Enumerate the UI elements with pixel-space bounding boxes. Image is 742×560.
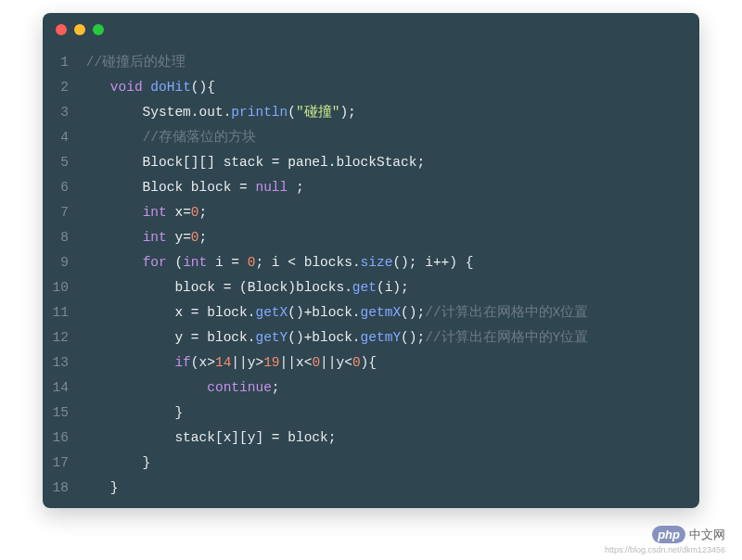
code-line: 5 Block[][] stack = panel.blockStack;: [43, 150, 699, 175]
line-number: 18: [43, 476, 78, 501]
code-line: 13 if(x>14||y>19||x<0||y<0){: [43, 350, 699, 375]
line-content: }: [78, 451, 699, 476]
code-line: 6 Block block = null ;: [43, 175, 699, 200]
line-number: 17: [43, 451, 78, 476]
line-content: int x=0;: [78, 200, 699, 225]
line-content: y = block.getY()+block.getmY();//计算出在网格中…: [78, 325, 699, 350]
line-number: 12: [43, 325, 78, 350]
line-content: }: [78, 401, 699, 426]
line-number: 16: [43, 426, 78, 451]
line-number: 6: [43, 175, 78, 200]
code-area: 1 //碰撞后的处理2 void doHit(){3 System.out.pr…: [43, 46, 699, 508]
line-content: if(x>14||y>19||x<0||y<0){: [78, 350, 699, 375]
code-line: 8 int y=0;: [43, 225, 699, 250]
line-content: //碰撞后的处理: [78, 50, 699, 75]
line-number: 11: [43, 300, 78, 325]
line-number: 14: [43, 375, 78, 401]
window-titlebar: [43, 13, 699, 46]
code-window: 1 //碰撞后的处理2 void doHit(){3 System.out.pr…: [43, 13, 699, 508]
line-number: 1: [43, 50, 78, 75]
code-line: 15 }: [43, 401, 699, 426]
line-content: //存储落位的方块: [78, 125, 699, 150]
code-line: 10 block = (Block)blocks.get(i);: [43, 275, 699, 300]
line-number: 5: [43, 150, 78, 175]
watermark: php 中文网 https://blog.csdn.net/dkm123456: [605, 526, 725, 554]
line-content: System.out.println("碰撞");: [78, 100, 699, 125]
code-line: 3 System.out.println("碰撞");: [43, 100, 699, 125]
code-line: 7 int x=0;: [43, 200, 699, 225]
line-number: 10: [43, 275, 78, 300]
code-line: 1 //碰撞后的处理: [43, 50, 699, 75]
code-line: 18 }: [43, 476, 699, 501]
maximize-icon[interactable]: [93, 24, 104, 35]
line-content: Block[][] stack = panel.blockStack;: [78, 150, 699, 175]
code-line: 16 stack[x][y] = block;: [43, 426, 699, 451]
line-content: }: [78, 476, 699, 501]
line-number: 8: [43, 225, 78, 250]
code-line: 4 //存储落位的方块: [43, 125, 699, 150]
line-content: block = (Block)blocks.get(i);: [78, 275, 699, 300]
code-line: 12 y = block.getY()+block.getmY();//计算出在…: [43, 325, 699, 350]
code-line: 11 x = block.getX()+block.getmX();//计算出在…: [43, 300, 699, 325]
code-line: 2 void doHit(){: [43, 75, 699, 100]
line-content: void doHit(){: [78, 75, 699, 100]
watermark-badge: php: [652, 526, 685, 543]
code-line: 17 }: [43, 451, 699, 476]
line-number: 4: [43, 125, 78, 150]
line-number: 2: [43, 75, 78, 100]
line-content: Block block = null ;: [78, 175, 699, 200]
line-number: 13: [43, 350, 78, 375]
code-line: 9 for (int i = 0; i < blocks.size(); i++…: [43, 250, 699, 275]
line-content: for (int i = 0; i < blocks.size(); i++) …: [78, 250, 699, 275]
line-content: x = block.getX()+block.getmX();//计算出在网格中…: [78, 300, 699, 325]
minimize-icon[interactable]: [74, 24, 85, 35]
line-content: int y=0;: [78, 225, 699, 250]
line-content: continue;: [78, 375, 699, 401]
watermark-text: 中文网: [689, 527, 725, 543]
line-number: 9: [43, 250, 78, 275]
code-line: 14 continue;: [43, 375, 699, 401]
line-number: 3: [43, 100, 78, 125]
line-number: 7: [43, 200, 78, 225]
line-number: 15: [43, 401, 78, 426]
line-content: stack[x][y] = block;: [78, 426, 699, 451]
watermark-url: https://blog.csdn.net/dkm123456: [605, 545, 725, 554]
close-icon[interactable]: [56, 24, 67, 35]
